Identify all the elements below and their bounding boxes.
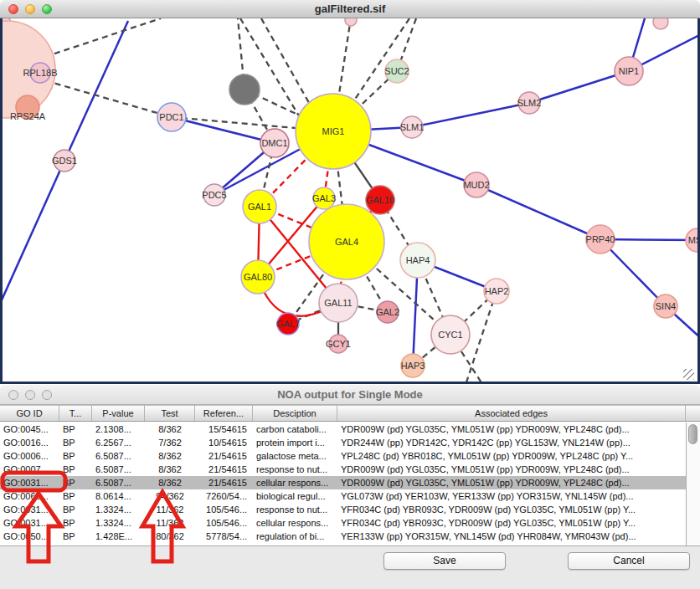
node-label-DMC1: DMC1: [261, 138, 287, 148]
cell-1-5: 15/54615: [195, 423, 253, 436]
cell-8-6: cellular respons...: [253, 516, 337, 530]
table-row-2[interactable]: GO:0016...BP6.2567...7/36210/54615protei…: [0, 436, 686, 449]
cell-8-4: 11/362: [145, 516, 195, 530]
node-label-GAL80: GAL80: [244, 272, 272, 282]
cell-3-6: galactose meta...: [253, 449, 337, 463]
node-label-SLM1: SLM1: [400, 122, 425, 132]
column-header-test[interactable]: Test: [145, 406, 195, 421]
node-label-HAP2: HAP2: [485, 286, 509, 296]
results-table: GO:0045...BP2.1308...8/36215/54615carbon…: [0, 423, 700, 545]
node-label-SIN4: SIN4: [656, 301, 676, 311]
cell-1-7: YDR009W (pd) YGL035C, YML051W (pp) YDR00…: [337, 423, 686, 436]
table-row-4[interactable]: GO:0007...BP6.5087...8/36221/54615respon…: [0, 463, 686, 476]
table-row-3[interactable]: GO:0006...BP6.5087...8/36221/54615galact…: [0, 449, 686, 463]
table-window-titlebar[interactable]: NOA output for Single Mode: [0, 385, 700, 405]
cell-4-7: YDR009W (pd) YGL035C, YML051W (pp) YDR00…: [337, 463, 686, 476]
node-label-GAL10: GAL10: [366, 195, 394, 205]
cell-9-3: 1.428E...: [92, 530, 145, 543]
network-graph: RPL18BRPS24AGDS1PDC1DMC1MIG1SUC2SLM1SLM2…: [0, 18, 700, 384]
cell-9-6: regulation of bi...: [253, 530, 337, 543]
node-label-NIP1: NIP1: [619, 66, 639, 76]
node-label-PRP40: PRP40: [586, 234, 615, 244]
network-canvas[interactable]: RPL18BRPS24AGDS1PDC1DMC1MIG1SUC2SLM1SLM2…: [0, 18, 700, 384]
table-row-6[interactable]: GO:0065...BP8.0614...94/3627260/54...bio…: [0, 489, 686, 503]
table-window-title: NOA output for Single Mode: [0, 388, 700, 401]
cell-2-5: 10/54615: [195, 436, 253, 449]
cell-4-2: BP: [59, 463, 92, 476]
column-header-associatededges[interactable]: Associated edges: [337, 406, 686, 421]
cell-1-4: 8/362: [145, 423, 195, 436]
cell-1-3: 2.1308...: [92, 423, 145, 436]
node-label-PDC1: PDC1: [159, 112, 183, 122]
vertical-scrollbar[interactable]: [686, 423, 700, 545]
cell-4-4: 8/362: [145, 463, 195, 476]
button-panel: Save Cancel: [0, 545, 700, 589]
cell-6-7: YGL073W (pd) YER103W, YER133W (pp) YOR31…: [337, 489, 686, 503]
node-label-GAL3: GAL3: [312, 193, 336, 203]
cell-3-4: 8/362: [145, 449, 195, 463]
node-top-center[interactable]: [345, 18, 357, 26]
column-header-t[interactable]: T...: [59, 406, 92, 421]
cell-6-6: biological regul...: [253, 489, 337, 503]
node-label-GCY1: GCY1: [326, 339, 351, 349]
cell-3-2: BP: [59, 449, 92, 463]
window-galfiltered: galFiltered.sif RPL18BRPS24AGDS1PDC1DMC1…: [0, 0, 700, 384]
cell-5-4: 8/362: [145, 476, 195, 489]
cell-2-3: 6.2567...: [92, 436, 145, 449]
cell-5-3: 6.5087...: [92, 476, 145, 489]
node-gray-node[interactable]: [229, 74, 260, 105]
column-header-goid[interactable]: GO ID: [0, 406, 59, 421]
screen: galFiltered.sif RPL18BRPS24AGDS1PDC1DMC1…: [0, 0, 700, 589]
node-label-HAP3: HAP3: [401, 361, 425, 371]
cell-5-5: 21/54615: [195, 476, 253, 489]
edge-pp: [0, 161, 64, 304]
table-header-row: GO IDT...P-valueTestReferen...Desciption…: [0, 405, 700, 422]
node-label-GDS1: GDS1: [52, 156, 77, 166]
edge-pp: [64, 21, 128, 161]
node-label-CYC1: CYC1: [438, 330, 462, 340]
cell-1-6: carbon cataboli...: [253, 423, 337, 436]
cell-7-5: 105/546...: [195, 503, 253, 516]
cell-6-3: 8.0614...: [92, 489, 145, 503]
node-label-MUD2: MUD2: [463, 180, 489, 190]
cell-9-7: YER133W (pp) YOR315W, YNL145W (pd) YHR08…: [337, 530, 686, 543]
cell-9-4: 80/362: [145, 530, 195, 543]
cell-7-7: YFR034C (pd) YBR093C, YDR009W (pd) YGL03…: [337, 503, 686, 516]
graph-window-titlebar[interactable]: galFiltered.sif: [0, 0, 700, 18]
cell-6-2: BP: [59, 489, 92, 503]
cell-8-3: 1.3324...: [92, 516, 145, 530]
table-row-5[interactable]: GO:0031...BP6.5087...8/36221/54615cellul…: [0, 476, 686, 489]
graph-window-title: galFiltered.sif: [0, 3, 700, 15]
column-header-referen[interactable]: Referen...: [195, 406, 253, 421]
table-row-9[interactable]: GO:0050...BP1.428E...80/3625778/54...reg…: [0, 530, 686, 543]
cell-4-3: 6.5087...: [92, 463, 145, 476]
table-row-7[interactable]: GO:0031...BP1.3324...11/362105/546...res…: [0, 503, 686, 516]
cell-7-4: 11/362: [145, 503, 195, 516]
column-header-pvalue[interactable]: P-value: [92, 406, 145, 421]
cell-3-5: 21/54615: [195, 449, 253, 463]
cancel-button[interactable]: Cancel: [568, 552, 690, 570]
edge-pp: [412, 103, 529, 127]
scrollbar-thumb[interactable]: [688, 424, 697, 444]
table-row-1[interactable]: GO:0045...BP2.1308...8/36215/54615carbon…: [0, 423, 686, 436]
cell-6-1: GO:0065...: [0, 489, 59, 503]
cell-4-1: GO:0007...: [0, 463, 59, 476]
cell-9-5: 5778/54...: [195, 530, 253, 543]
save-button[interactable]: Save: [383, 552, 506, 570]
column-header-desciption[interactable]: Desciption: [253, 406, 337, 421]
cell-9-1: GO:0050...: [0, 530, 59, 543]
cell-2-1: GO:0016...: [0, 436, 59, 449]
cell-8-2: BP: [59, 516, 92, 530]
cell-8-5: 105/546...: [195, 516, 253, 530]
cell-7-2: BP: [59, 503, 92, 516]
node-label-RPL18B: RPL18B: [23, 68, 58, 78]
cell-7-1: GO:0031...: [0, 503, 59, 516]
cell-5-6: cellular respons...: [253, 476, 337, 489]
cell-2-2: BP: [59, 436, 92, 449]
cell-3-3: 6.5087...: [92, 449, 145, 463]
cell-8-1: GO:0031...: [0, 516, 59, 530]
table-row-8[interactable]: GO:0031...BP1.3324...11/362105/546...cel…: [0, 516, 686, 530]
node-top-right[interactable]: [653, 18, 668, 29]
resize-grip-icon[interactable]: [683, 369, 694, 380]
node-label-SUC2: SUC2: [384, 66, 409, 76]
